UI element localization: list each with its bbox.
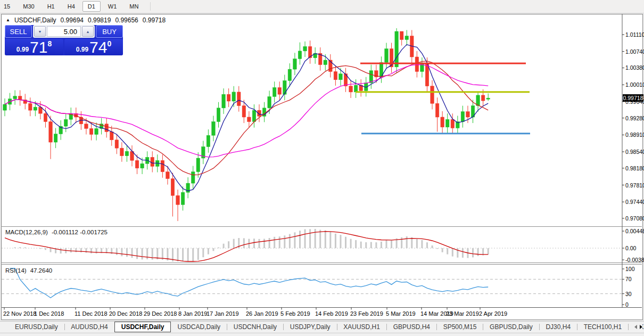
volume-field[interactable]: 5.00 <box>47 26 81 37</box>
date-axis-label: 11 Dec 2018 <box>75 310 108 317</box>
date-axis-label: 26 Jan 2019 <box>246 310 278 317</box>
tab-usdcnh-daily[interactable]: USDCNH,Daily <box>227 322 283 332</box>
price-axis-label: 0.98180 <box>625 165 644 171</box>
macd-axis-label: -0.003883 <box>625 257 644 263</box>
price-axis-label: 0.97440 <box>625 199 644 205</box>
rsi-axis-label: 30 <box>625 291 632 297</box>
date-axis-label: 23 Mar 2019 <box>446 310 479 317</box>
tab-scroll-arrows <box>632 322 642 331</box>
volume-decrease-button[interactable]: ▼ <box>34 26 46 37</box>
tab-xauusd-h1[interactable]: XAUUSD,H1 <box>337 322 386 332</box>
chevron-up-icon: ▲ <box>86 30 90 34</box>
date-axis-label: 2 Apr 2019 <box>479 310 507 317</box>
date-axis-label: 22 Nov 2018 <box>3 310 36 317</box>
sell-button[interactable]: SELL <box>5 25 32 38</box>
price-axis-label: 1.00010 <box>625 81 644 88</box>
sell-price-big: 71 <box>30 40 47 55</box>
sell-price-display: 0.99 71 8 <box>5 39 63 55</box>
collapse-icon[interactable]: ▲ <box>6 18 10 22</box>
tab-gbpusd-daily[interactable]: GBPUSD,Daily <box>483 322 539 332</box>
sell-price-sup: 8 <box>47 39 52 48</box>
rsi-line <box>10 268 489 298</box>
price-axis[interactable]: 1.011101.007401.003801.000100.996400.992… <box>622 31 644 308</box>
ohlc-low: 0.99656 <box>115 17 138 24</box>
price-axis-label: 0.98910 <box>625 132 644 138</box>
price-axis-label: 1.00380 <box>625 64 644 71</box>
date-axis-label: 5 Feb 2019 <box>280 310 310 317</box>
sell-price-prefix: 0.99 <box>16 46 29 53</box>
tab-audusd-h4[interactable]: AUDUSD,H4 <box>64 322 114 332</box>
volume-increase-button[interactable]: ▲ <box>82 26 94 37</box>
chart-header: ▲ USDCHF,Daily 0.99694 0.99819 0.99656 0… <box>6 17 166 24</box>
date-axis-label: 17 Jan 2019 <box>207 310 239 317</box>
date-axis-label: 8 Jan 2019 <box>178 310 207 317</box>
tab-eurusd-daily[interactable]: EURUSD,Daily <box>9 322 64 332</box>
price-axis-label: 1.01110 <box>625 31 644 38</box>
ohlc-open: 0.99694 <box>61 17 84 24</box>
buy-price-big: 74 <box>89 40 107 55</box>
macd-values: -0.001112 -0.001725 <box>52 229 108 235</box>
volume-spinner: ▼ 5.00 ▲ <box>33 25 95 38</box>
tab-usdjpy-daily[interactable]: USDJPY,Daily <box>284 322 337 332</box>
rsi-panel <box>2 268 622 298</box>
ma-26-line <box>5 64 488 157</box>
ohlc-high: 0.99819 <box>88 17 111 24</box>
buy-price-prefix: 0.99 <box>76 46 88 53</box>
rsi-axis-label: 70 <box>625 276 632 282</box>
tab-scroll-right-icon[interactable] <box>640 325 642 329</box>
date-axis-label: 14 Feb 2019 <box>315 310 348 317</box>
chart-tab-bar: EURUSD,DailyAUDUSD,H4USDCHF,DailyUSDCAD,… <box>0 321 644 332</box>
ohlc-close: 0.99718 <box>143 17 166 24</box>
tab-usdchf-daily[interactable]: USDCHF,Daily <box>114 322 171 332</box>
date-axis-label: 1 Dec 2018 <box>34 310 64 317</box>
tab-usdcad-daily[interactable]: USDCAD,Daily <box>171 322 227 332</box>
tab-scroll-left-icon[interactable] <box>634 325 637 329</box>
ma-13-line <box>5 61 488 175</box>
buy-price-display: 0.99 74 0 <box>64 39 123 55</box>
macd-axis-label: 0.004487 <box>625 228 644 234</box>
date-axis-label: 20 Dec 2018 <box>109 310 142 317</box>
rsi-axis-label: 0 <box>625 301 629 308</box>
price-axis-label: 1.00740 <box>625 48 644 55</box>
buy-price-sup: 0 <box>107 39 111 48</box>
rsi-indicator-label: RSI(14) 47.2640 <box>5 267 52 274</box>
rsi-axis-label: 100 <box>625 266 635 272</box>
chevron-down-icon: ▼ <box>38 30 42 34</box>
rsi-name: RSI(14) <box>5 267 27 274</box>
tab-dj30-h4[interactable]: DJ30,H4 <box>539 322 577 332</box>
current-price-tag: 0.99718 <box>623 94 643 102</box>
macd-signal-line <box>5 232 488 261</box>
price-axis-label: 0.97080 <box>625 215 644 222</box>
date-axis-label: 23 Feb 2019 <box>350 310 383 317</box>
one-click-trade-panel: SELL ▼ 5.00 ▲ BUY 0.99 71 8 0.99 74 0 <box>5 25 123 55</box>
tab-tech100-h1[interactable]: TECH100,H1 <box>577 322 628 332</box>
tab-sp500-m15[interactable]: SP500,M15 <box>437 322 483 332</box>
candles <box>3 28 490 221</box>
price-axis-label: 0.98540 <box>625 149 644 155</box>
chart-symbol-label: USDCHF,Daily <box>14 17 56 24</box>
date-axis-label: 29 Dec 2018 <box>144 310 177 317</box>
macd-name: MACD(12,26,9) <box>5 229 48 235</box>
status-bar <box>0 333 644 336</box>
date-axis-label: 5 Mar 2019 <box>386 310 416 317</box>
price-axis-label: 0.97810 <box>625 182 644 189</box>
rsi-value: 47.2640 <box>30 267 53 274</box>
macd-axis-label: 0.00 <box>625 245 637 251</box>
macd-indicator-label: MACD(12,26,9) -0.001112 -0.001725 <box>5 229 108 235</box>
date-axis[interactable]: 22 Nov 20181 Dec 201811 Dec 201820 Dec 2… <box>3 308 507 317</box>
tab-gbpusd-h4[interactable]: GBPUSD,H4 <box>387 322 436 332</box>
price-axis-label: 0.99280 <box>625 115 644 121</box>
buy-button[interactable]: BUY <box>96 25 123 38</box>
